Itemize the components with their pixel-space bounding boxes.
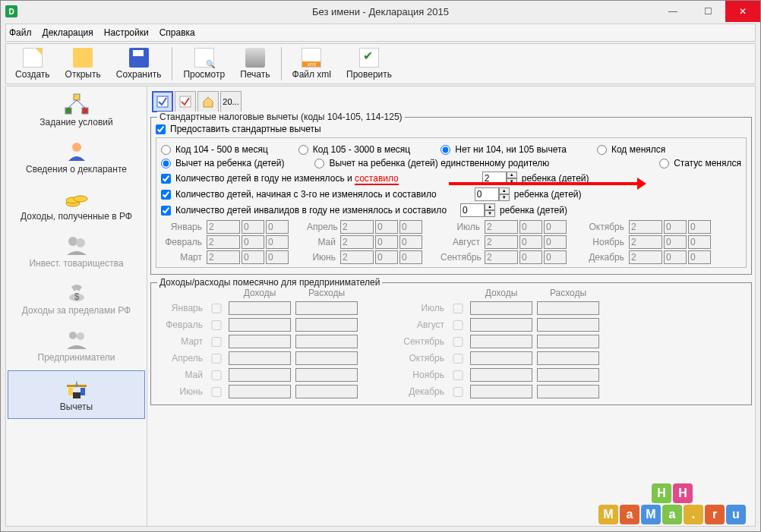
close-button[interactable]: ✕ [725, 1, 760, 22]
month-label: Август [397, 320, 446, 330]
amount-input [537, 301, 599, 315]
months-grid: ЯнварьАпрельИюльОктябрьФевральМайАвгустН… [161, 220, 741, 264]
svg-rect-17 [81, 388, 85, 395]
sidebar-item-invest: Инвест. товарищества [6, 228, 147, 275]
amount-input [537, 368, 599, 382]
children-disabled-checkbox[interactable] [161, 206, 171, 216]
menu-settings[interactable]: Настройки [104, 27, 149, 38]
month-input [485, 235, 518, 249]
entrepreneur-group: Доходы/расходы помесячно для предпринима… [150, 282, 752, 405]
svg-rect-2 [82, 108, 88, 114]
amount-input [229, 385, 291, 398]
amount-input [470, 368, 532, 382]
children-3rd-checkbox[interactable] [161, 190, 171, 200]
radio-code-changed[interactable]: Код менялся [597, 144, 665, 155]
main-toolbar: Создать Открыть Сохранить Просмотр Печат… [5, 43, 756, 84]
preview-button[interactable]: Просмотр [175, 46, 232, 81]
month-checkbox [450, 304, 466, 313]
tab-house-icon[interactable] [197, 91, 219, 112]
month-label: Декабрь [585, 252, 627, 263]
sidebar-item-entrepreneurs: Предприниматели [6, 322, 147, 369]
month-checkbox [209, 370, 224, 380]
save-button[interactable]: Сохранить [109, 46, 169, 81]
month-label: Апрель [307, 222, 339, 232]
month-checkbox [209, 354, 224, 364]
children-disabled-label: Количество детей инвалидов в году не изм… [175, 205, 447, 216]
month-input [544, 250, 567, 264]
month-input [375, 220, 398, 234]
children-3rd-input[interactable] [475, 187, 499, 201]
sidebar-item-conditions[interactable]: Задание условий [6, 87, 147, 134]
svg-rect-16 [68, 388, 73, 395]
radio-child[interactable]: Вычет на ребенка (детей) [161, 158, 284, 168]
children-count-checkbox[interactable] [161, 174, 171, 184]
spinner-up[interactable]: ▲ [507, 172, 517, 178]
spinner-down[interactable]: ▼ [485, 210, 495, 217]
sidebar-item-deductions[interactable]: Вычеты [8, 370, 145, 419]
menu-declaration[interactable]: Декларация [43, 27, 93, 38]
menu-help[interactable]: Справка [159, 27, 195, 38]
spinner-down[interactable]: ▼ [499, 194, 510, 201]
amount-input [295, 368, 358, 382]
month-input [544, 235, 567, 249]
month-label: Июль [440, 222, 483, 232]
month-label: Апрель [156, 353, 204, 364]
check-button[interactable]: Проверить [339, 46, 399, 81]
month-checkbox [450, 337, 466, 347]
create-button[interactable]: Создать [8, 46, 58, 81]
svg-point-14 [77, 332, 84, 340]
provide-standard-label: Предоставить стандартные вычеты [170, 124, 321, 134]
month-input [242, 235, 264, 249]
svg-rect-18 [73, 392, 81, 398]
xml-button[interactable]: Файл xml [285, 46, 339, 81]
month-label: Август [440, 237, 483, 247]
open-button[interactable]: Открыть [58, 46, 109, 81]
radio-none[interactable]: Нет ни 104, ни 105 вычета [440, 144, 567, 155]
radio-104[interactable]: Код 104 - 500 в месяц [161, 144, 268, 155]
menubar: Файл Декларация Настройки Справка [5, 24, 756, 42]
radio-status-changed[interactable]: Статус менялся [659, 158, 741, 168]
provide-standard-checkbox[interactable] [156, 124, 166, 134]
header-label: Доходы [470, 288, 532, 298]
month-input [485, 250, 518, 264]
amount-input [470, 318, 532, 332]
month-input [485, 220, 518, 234]
month-label: Сентябрь [397, 336, 446, 347]
month-input [375, 250, 398, 264]
amount-input [295, 351, 358, 365]
month-label: Июнь [307, 252, 339, 263]
svg-line-3 [68, 100, 77, 108]
month-input [664, 220, 687, 234]
minimize-button[interactable]: — [655, 1, 690, 22]
svg-point-8 [74, 196, 87, 202]
amount-input [295, 385, 358, 398]
group-legend: Доходы/расходы помесячно для предпринима… [157, 277, 382, 288]
svg-rect-0 [74, 94, 80, 100]
svg-point-10 [76, 238, 85, 247]
amount-input [295, 301, 358, 315]
sidebar-item-income-rf[interactable]: Доходы, полученные в РФ [6, 181, 147, 228]
tab-check-icon[interactable] [175, 91, 196, 112]
radio-child-single[interactable]: Вычет на ребенка (детей) единственному р… [314, 158, 549, 168]
menu-file[interactable]: Файл [9, 27, 32, 38]
amount-input [295, 318, 358, 332]
month-input [688, 220, 711, 234]
month-checkbox [209, 304, 224, 313]
header-label: Расходы [295, 288, 358, 298]
tab-20-icon[interactable]: 20... [220, 91, 242, 112]
radio-105[interactable]: Код 105 - 3000 в месяц [298, 144, 410, 155]
children-3rd-label: Количество детей, начиная с 3-го не изме… [175, 189, 437, 200]
print-button[interactable]: Печать [232, 46, 277, 81]
svg-point-5 [72, 143, 81, 152]
month-input [266, 235, 289, 249]
tab-standard-icon[interactable] [152, 91, 173, 112]
month-checkbox [209, 337, 224, 347]
amount-input [537, 335, 599, 348]
month-label: Январь [161, 222, 205, 232]
sidebar-item-declarant[interactable]: Сведения о декларанте [6, 134, 147, 181]
maximize-button[interactable]: ☐ [690, 1, 725, 22]
spinner-up[interactable]: ▲ [499, 187, 510, 194]
month-checkbox [209, 320, 224, 330]
spinner-up[interactable]: ▲ [485, 203, 495, 210]
children-disabled-input[interactable] [460, 203, 485, 217]
